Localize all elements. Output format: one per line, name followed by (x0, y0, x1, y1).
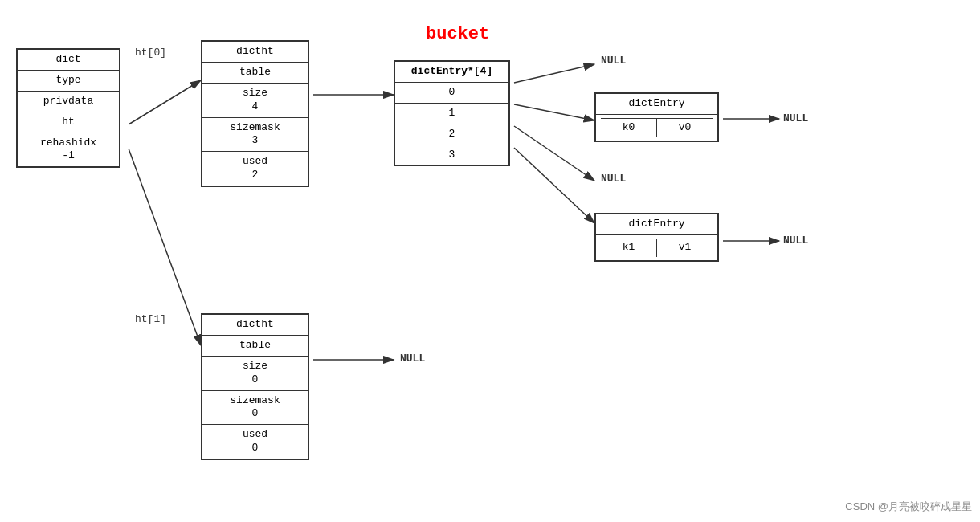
dictht-bottom-size: size0 (202, 357, 308, 391)
dictentry-bottom-title: dictEntry (596, 214, 717, 235)
dictht-bottom-title: dictht (202, 315, 308, 336)
dictht-top-size: size4 (202, 84, 308, 118)
ht1-label: ht[1] (135, 313, 166, 325)
null-entry-top: NULL (783, 112, 808, 124)
dictentry-top-kv: k0 v0 (596, 115, 717, 141)
null-entry-2: NULL (601, 173, 626, 185)
dictht-top-table: table (202, 63, 308, 84)
bucket-row-1: 1 (395, 104, 508, 124)
dictht-top-title: dictht (202, 42, 308, 63)
svg-line-5 (514, 104, 594, 120)
dictht-bottom-used: used0 (202, 425, 308, 459)
dict-cell-type: type (18, 71, 119, 92)
svg-line-7 (514, 148, 594, 223)
dict-cell-dict: dict (18, 50, 119, 71)
dict-cell-rehashidx: rehashidx-1 (18, 133, 119, 167)
dict-cell-privdata: privdata (18, 92, 119, 112)
null-entry-bottom: NULL (783, 234, 808, 247)
ht0-label: ht[0] (135, 47, 166, 59)
bucket-label: bucket (426, 24, 489, 44)
bucket-row-3: 3 (395, 145, 508, 165)
bucket-header: dictEntry*[4] (395, 62, 508, 83)
dictentry-top-box: dictEntry k0 v0 (594, 92, 719, 142)
dictht-top-box: dictht table size4 sizemask3 used2 (201, 40, 309, 187)
bucket-row-2: 2 (395, 124, 508, 145)
dictht-top-sizemask: sizemask3 (202, 118, 308, 153)
dictentry-top-title: dictEntry (596, 94, 717, 115)
watermark: CSDN @月亮被咬碎成星星 (845, 500, 972, 514)
dictentry-bottom-kv: k1 v1 (596, 235, 717, 260)
dictentry-bottom-box: dictEntry k1 v1 (594, 213, 719, 262)
dict-cell-ht: ht (18, 112, 119, 133)
dict-box: dict type privdata ht rehashidx-1 (16, 48, 120, 168)
null-table-bottom: NULL (400, 353, 425, 365)
svg-line-1 (129, 80, 201, 124)
null-top: NULL (601, 55, 626, 67)
dictht-bottom-sizemask: sizemask0 (202, 391, 308, 426)
dictht-bottom-box: dictht table size0 sizemask0 used0 (201, 313, 309, 460)
svg-line-6 (514, 126, 594, 181)
bucket-row-0: 0 (395, 83, 508, 104)
main-canvas: dict type privdata ht rehashidx-1 ht[0] … (0, 0, 980, 522)
dictht-top-used: used2 (202, 152, 308, 186)
svg-line-4 (514, 64, 594, 83)
bucket-box: dictEntry*[4] 0 1 2 3 (394, 60, 510, 166)
dictht-bottom-table: table (202, 336, 308, 357)
